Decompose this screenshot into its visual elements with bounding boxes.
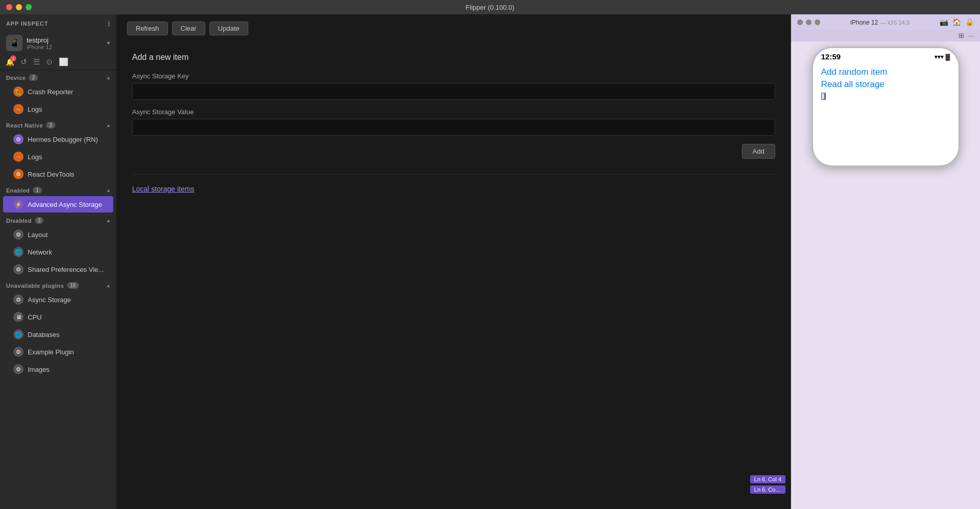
sidebar-item-shared-prefs[interactable]: ⚙ Shared Preferences Vie... [3, 261, 113, 278]
maximize-button[interactable] [26, 4, 32, 10]
section-enabled-count: 1 [33, 187, 42, 194]
network-label: Network [28, 248, 107, 256]
example-plugin-label: Example Plugin [28, 348, 107, 356]
advanced-async-label: Advanced Async Storage [28, 201, 107, 208]
section-device-header[interactable]: Device 2 ▴ [0, 70, 116, 83]
status-badge-col4: Ln 6, Col 4 [750, 475, 785, 483]
section-enabled-header[interactable]: Enabled 1 ▴ [0, 183, 116, 196]
sidebar-item-network[interactable]: 🌐 Network [3, 244, 113, 260]
phone-link-add-random[interactable]: Add random item [821, 67, 950, 77]
crash-reporter-label: Crash Reporter [28, 88, 107, 96]
section-rn-header[interactable]: React Native 3 ▴ [0, 118, 116, 131]
sidebar-item-logs-rn[interactable]: → Logs [3, 149, 113, 165]
chevron-up-rn-icon: ▴ [107, 122, 110, 129]
sidebar-header: APP INSPECT ℹ [0, 14, 116, 32]
section-disabled-header[interactable]: Disabled 3 ▴ [0, 213, 116, 226]
section-disabled-label: Disabled [6, 218, 32, 224]
notification-icon[interactable]: 🔔 [5, 57, 14, 67]
minimize-button[interactable] [16, 4, 22, 10]
shared-prefs-icon: ⚙ [13, 264, 24, 274]
battery-icon: ▓ [946, 53, 950, 60]
value-form-group: Async Storage Value [132, 108, 775, 136]
sim-home-icon[interactable]: 🏠 [952, 18, 961, 26]
grid-icon[interactable]: ⊞ [958, 32, 964, 39]
sidebar-item-logs-device[interactable]: → Logs [3, 101, 113, 117]
layout-label: Layout [28, 231, 107, 239]
simulator-titlebar: iPhone 12 — iOS 14.3 📷 🏠 🔒 [791, 14, 980, 30]
screenshot-icon[interactable]: ⊙ [46, 57, 53, 67]
app-inspect-label: APP INSPECT [6, 20, 48, 27]
key-form-group: Async Storage Key [132, 72, 775, 100]
info-icon[interactable]: ℹ [108, 19, 110, 28]
sidebar-item-cpu[interactable]: 🖥 CPU [3, 309, 113, 325]
hermes-icon: ⚙ [13, 134, 24, 144]
crop-icon[interactable]: ⬜ [59, 57, 69, 67]
sidebar-item-databases[interactable]: 🌐 Databases [3, 326, 113, 343]
add-button[interactable]: Add [742, 144, 775, 159]
content-panel: Add a new item Async Storage Key Async S… [117, 43, 791, 509]
logs-rn-label: Logs [28, 153, 107, 161]
images-label: Images [28, 366, 107, 373]
phone-time: 12:59 [821, 52, 841, 61]
phone-link-read-all[interactable]: Read all storage [821, 79, 950, 90]
device-name: testproj [27, 36, 103, 44]
sidebar-item-example-plugin[interactable]: ⚙ Example Plugin [3, 344, 113, 360]
advanced-async-icon: ⚡ [13, 199, 24, 209]
sidebar-item-images[interactable]: ⚙ Images [3, 361, 113, 377]
sim-photo-icon[interactable]: 📷 [940, 18, 948, 26]
section-unavailable-header[interactable]: Unavailable plugins 16 ▴ [0, 278, 116, 291]
main-toolbar: Refresh Clear Update [117, 14, 791, 43]
async-storage-label: Async Storage [28, 296, 107, 304]
local-storage-title[interactable]: Local storage items [132, 185, 775, 193]
add-item-title: Add a new item [132, 53, 775, 62]
logs-device-icon: → [13, 104, 24, 114]
react-devtools-label: React DevTools [28, 171, 107, 178]
close-button[interactable] [6, 4, 12, 10]
phone-frame: 12:59 ▾▾▾ ▓ Add random item Read all sto… [812, 47, 960, 167]
window-title: Flipper (0.100.0) [465, 4, 514, 11]
sidebar-item-react-devtools[interactable]: ⚙ React DevTools [3, 166, 113, 182]
device-app-icon: 📱 [6, 35, 23, 51]
sim-close-button[interactable] [797, 19, 803, 25]
key-input[interactable] [132, 83, 775, 100]
sim-maximize-button[interactable] [815, 19, 820, 25]
cpu-label: CPU [28, 313, 107, 321]
logs-device-label: Logs [28, 105, 107, 113]
value-label: Async Storage Value [132, 108, 775, 116]
chevron-down-icon: ▾ [107, 39, 110, 47]
phone-container: 12:59 ▾▾▾ ▓ Add random item Read all sto… [791, 41, 980, 509]
sidebar: APP INSPECT ℹ 📱 testproj iPhone 12 ▾ 🔔 ↺… [0, 14, 117, 509]
device-selector[interactable]: 📱 testproj iPhone 12 ▾ [0, 32, 116, 54]
refresh-icon[interactable]: ↺ [20, 57, 27, 67]
section-device-count: 2 [29, 74, 38, 81]
sim-title-group: iPhone 12 — iOS 14.3 [850, 17, 909, 27]
layout-icon: ⚙ [13, 229, 24, 240]
update-button[interactable]: Update [209, 22, 248, 35]
chevron-up-enabled-icon: ▴ [107, 187, 110, 194]
simulator-title: iPhone 12 [850, 19, 878, 26]
sidebar-item-advanced-async[interactable]: ⚡ Advanced Async Storage [3, 196, 113, 213]
wifi-icon: ▾▾▾ [934, 53, 944, 60]
simulator-subtoolbar: ⊞ ··· [791, 30, 980, 41]
menu-icon[interactable]: ☰ [33, 57, 40, 67]
value-input[interactable] [132, 119, 775, 136]
status-badge-ln6: Ln 6, Co... [750, 485, 785, 494]
device-sub: iPhone 12 [27, 44, 103, 50]
sim-lock-icon[interactable]: 🔒 [965, 18, 974, 26]
sidebar-item-hermes[interactable]: ⚙ Hermes Debugger (RN) [3, 131, 113, 147]
phone-cursor [825, 93, 826, 100]
sidebar-item-crash-reporter[interactable]: 🐛 Crash Reporter [3, 83, 113, 100]
refresh-button[interactable]: Refresh [127, 22, 168, 35]
images-icon: ⚙ [13, 364, 24, 374]
cpu-icon: 🖥 [13, 312, 24, 322]
sim-minimize-button[interactable] [806, 19, 812, 25]
sidebar-item-async-storage[interactable]: ⚙ Async Storage [3, 291, 113, 308]
sidebar-item-layout[interactable]: ⚙ Layout [3, 226, 113, 243]
traffic-lights [6, 4, 32, 10]
clear-button[interactable]: Clear [172, 22, 205, 35]
title-bar: Flipper (0.100.0) [0, 0, 980, 14]
main-content: Refresh Clear Update Add a new item Asyn… [117, 14, 791, 509]
section-disabled-count: 3 [35, 217, 44, 224]
dots-icon[interactable]: ··· [968, 32, 974, 39]
status-badges: Ln 6, Col 4 Ln 6, Co... [750, 475, 785, 494]
